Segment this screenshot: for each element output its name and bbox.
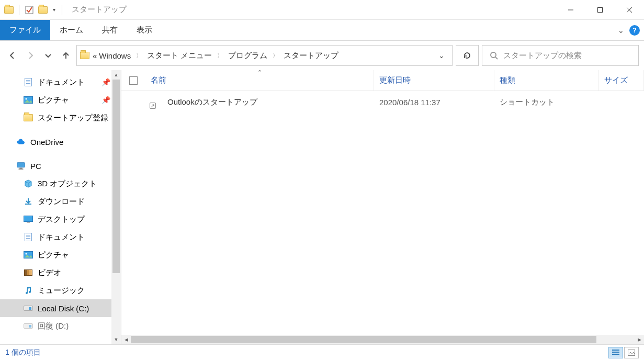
pin-icon: 📌 (101, 96, 110, 104)
qat-customize-caret[interactable]: ▾ (51, 7, 58, 13)
nav-music[interactable]: ミュージック (0, 282, 121, 299)
desktop-icon (23, 215, 33, 223)
up-button[interactable] (59, 48, 73, 63)
svg-point-8 (25, 98, 27, 99)
folder-icon (23, 114, 33, 122)
scroll-up-icon[interactable]: ▲ (111, 70, 121, 80)
maximize-button[interactable] (585, 0, 615, 20)
status-text: 1 個の項目 (5, 348, 41, 357)
file-name: Outlookのスタートアップ (167, 97, 257, 107)
ribbon: ファイル ホーム 共有 表示 ⌄ ? (0, 20, 644, 41)
nav-pictures[interactable]: ピクチャ (0, 246, 121, 264)
nav-videos[interactable]: ビデオ (0, 264, 121, 282)
svg-rect-12 (25, 204, 31, 205)
minimize-button[interactable] (556, 0, 585, 20)
file-list[interactable]: ↗ Outlookのスタートアップ 2020/06/18 11:37 ショートカ… (121, 91, 644, 335)
scroll-thumb[interactable] (112, 80, 120, 273)
nav-recovery-d[interactable]: 回復 (D:) (0, 317, 121, 335)
pictures-icon (23, 251, 33, 259)
chevron-right-icon[interactable]: 〉 (214, 52, 226, 60)
nav-downloads[interactable]: ダウンロード (0, 193, 121, 210)
downloads-icon (23, 197, 33, 206)
column-size[interactable]: サイズ (599, 70, 644, 91)
sort-asc-icon: ⌃ (257, 69, 262, 76)
back-button[interactable] (5, 48, 20, 63)
nav-pc[interactable]: PC (0, 157, 121, 175)
qat-properties-icon[interactable] (24, 4, 35, 16)
ribbon-collapse-icon[interactable]: ⌄ (618, 26, 624, 35)
document-icon (23, 78, 33, 86)
address-bar[interactable]: « Windows〉 スタート メニュー〉 プログラム〉 スタートアップ ⌄ (76, 45, 453, 66)
svg-rect-17 (612, 350, 619, 351)
window-title: スタートアップ (66, 5, 127, 15)
pin-icon: 📌 (101, 78, 110, 86)
column-date[interactable]: 更新日時 (374, 70, 494, 91)
music-icon (23, 286, 33, 295)
scroll-thumb[interactable] (131, 336, 596, 343)
nav-desktop[interactable]: デスクトップ (0, 210, 121, 228)
drive-icon (23, 322, 33, 330)
svg-rect-19 (612, 354, 619, 355)
tab-share[interactable]: 共有 (93, 20, 127, 40)
nav-scrollbar[interactable]: ▲ ▼ (111, 70, 121, 344)
tab-file[interactable]: ファイル (0, 20, 50, 40)
nav-startup-reg[interactable]: スタートアップ登録 (0, 109, 121, 127)
tab-view[interactable]: 表示 (127, 20, 162, 40)
breadcrumb-item[interactable]: プログラム (228, 51, 267, 61)
view-large-icons-button[interactable] (624, 347, 639, 358)
refresh-button[interactable] (456, 45, 479, 66)
chevron-right-icon[interactable]: 〉 (133, 52, 145, 60)
nav-pictures-pinned[interactable]: ピクチャ 📌 (0, 91, 121, 109)
document-icon (23, 233, 33, 241)
svg-rect-10 (19, 168, 22, 169)
breadcrumb-item[interactable]: スタートアップ (284, 51, 338, 61)
scroll-down-icon[interactable]: ▼ (111, 335, 121, 344)
column-checkbox[interactable] (121, 70, 145, 91)
recent-locations-button[interactable] (41, 48, 55, 63)
horizontal-scrollbar[interactable]: ◀ ▶ (121, 335, 644, 344)
svg-rect-9 (17, 163, 25, 167)
shortcut-icon: ↗ (151, 96, 162, 108)
scroll-left-icon[interactable]: ◀ (121, 337, 131, 342)
chevron-right-icon[interactable]: 〉 (269, 52, 281, 60)
svg-point-5 (491, 52, 496, 58)
column-name[interactable]: ⌃ 名前 (145, 70, 374, 91)
navigation-pane: ドキュメント 📌 ピクチャ 📌 スタートアップ登録 OneDrive PC 3D… (0, 70, 121, 344)
drive-icon (23, 304, 33, 312)
nav-3d-objects[interactable]: 3D オブジェクト (0, 175, 121, 193)
address-dropdown-icon[interactable]: ⌄ (434, 51, 449, 60)
qat-folder-icon[interactable] (37, 4, 49, 16)
file-pane: ⌃ 名前 更新日時 種類 サイズ ↗ Outlookのスタートアップ 2020/… (121, 70, 644, 344)
svg-rect-2 (598, 7, 603, 12)
nav-local-disk-c[interactable]: Local Disk (C:) (0, 299, 121, 317)
onedrive-icon (16, 138, 26, 146)
file-row[interactable]: ↗ Outlookのスタートアップ 2020/06/18 11:37 ショートカ… (121, 91, 644, 113)
svg-point-16 (25, 253, 27, 254)
scroll-right-icon[interactable]: ▶ (635, 337, 644, 342)
nav-documents[interactable]: ドキュメント (0, 228, 121, 246)
svg-line-6 (495, 57, 498, 59)
breadcrumb-item[interactable]: Windows (99, 51, 131, 60)
search-placeholder: スタートアップの検索 (503, 51, 582, 61)
nav-onedrive[interactable]: OneDrive (0, 133, 121, 151)
search-box[interactable]: スタートアップの検索 (482, 45, 639, 66)
svg-rect-18 (612, 352, 619, 353)
3d-objects-icon (23, 179, 33, 188)
svg-rect-14 (27, 222, 30, 223)
view-details-button[interactable] (608, 347, 623, 358)
column-headers: ⌃ 名前 更新日時 種類 サイズ (121, 70, 644, 91)
tab-home[interactable]: ホーム (50, 20, 93, 40)
breadcrumb-item[interactable]: スタート メニュー (147, 51, 212, 61)
navigation-row: « Windows〉 スタート メニュー〉 プログラム〉 スタートアップ ⌄ ス… (0, 41, 644, 70)
forward-button[interactable] (23, 48, 38, 63)
file-type: ショートカット (494, 97, 599, 107)
videos-icon (23, 268, 33, 277)
breadcrumb-prefix[interactable]: « (93, 51, 97, 60)
help-button[interactable]: ? (629, 25, 640, 36)
column-type[interactable]: 種類 (494, 70, 599, 91)
close-button[interactable] (615, 0, 644, 20)
svg-rect-13 (24, 216, 33, 222)
app-folder-icon (3, 4, 15, 16)
search-icon (490, 51, 498, 60)
nav-documents-pinned[interactable]: ドキュメント 📌 (0, 73, 121, 91)
